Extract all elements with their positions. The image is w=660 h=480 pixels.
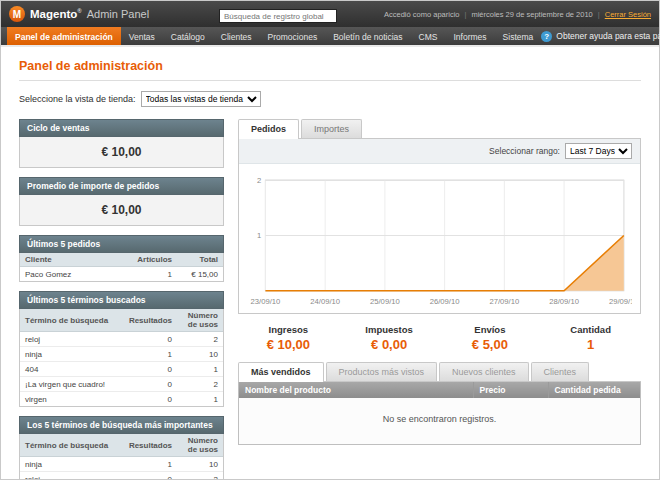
svg-text:28/09/10: 28/09/10 <box>549 297 579 306</box>
tab-new-customers[interactable]: Nuevos clientes <box>439 362 529 381</box>
column-header-items: Artículos <box>131 253 177 267</box>
cell-results: 0 <box>124 332 177 347</box>
stat-label: Cantidad <box>540 324 641 335</box>
column-header-total: Total <box>177 253 223 267</box>
sales-cycle-title: Ciclo de ventas <box>19 119 224 137</box>
column-header-uses: Número de usos <box>177 309 223 332</box>
tab-orders[interactable]: Pedidos <box>238 119 299 139</box>
magento-admin-window: M Magento® Admin Panel Accedió como apar… <box>0 0 660 480</box>
cell-results: 0 <box>124 472 177 480</box>
page-content: Panel de administración Seleccione la vi… <box>1 47 659 479</box>
range-row: Seleccionar rango: Last 7 Days <box>239 139 640 164</box>
separator: | <box>464 10 466 19</box>
cell-term: ¡La virgen que cuadro! <box>20 377 124 392</box>
user-info: Accedió como aparicio | miércoles 29 de … <box>384 10 651 19</box>
table-row[interactable]: virgen 0 1 <box>20 392 223 407</box>
column-header-uses: Número de usos <box>177 434 223 457</box>
table-row[interactable]: reloj 0 2 <box>20 472 223 480</box>
column-header-results: Resultados <box>124 434 177 457</box>
brand-name: Magento® <box>30 8 82 20</box>
page-header: Panel de administración <box>19 55 641 81</box>
nav-item-reports[interactable]: Informes <box>446 27 495 45</box>
table-row[interactable]: 404 0 1 <box>20 362 223 377</box>
cell-term: virgen <box>20 392 124 407</box>
last-orders-body: Cliente Artículos Total Paco Gomez 1 € 1… <box>19 253 224 282</box>
stat-value: € 0,00 <box>339 337 440 352</box>
average-order-title: Promedio de importe de pedidos <box>19 177 224 195</box>
top-bar: M Magento® Admin Panel Accedió como apar… <box>1 1 659 27</box>
global-search-input[interactable] <box>219 9 337 23</box>
nav-item-dashboard[interactable]: Panel de administración <box>7 27 121 45</box>
nav-item-customers[interactable]: Clientes <box>213 27 260 45</box>
nav-item-sales[interactable]: Ventas <box>121 27 163 45</box>
bestsellers-grid: Nombre del producto Precio Cantidad pedi… <box>238 382 641 445</box>
last-search-terms-box: Últimos 5 términos buscados Término de b… <box>19 291 224 407</box>
tab-amounts[interactable]: Importes <box>301 119 362 138</box>
store-switcher: Seleccione la vista de tienda: Todas las… <box>19 91 641 107</box>
nav-item-cms[interactable]: CMS <box>411 27 446 45</box>
last-orders-title: Últimos 5 pedidos <box>19 235 224 253</box>
range-select[interactable]: Last 7 Days <box>565 143 632 159</box>
last-orders-table: Cliente Artículos Total Paco Gomez 1 € 1… <box>20 253 223 281</box>
trademark-mark: ® <box>77 8 81 14</box>
table-row[interactable]: reloj 0 2 <box>20 332 223 347</box>
main-nav: Panel de administración Ventas Catálogo … <box>1 27 659 47</box>
cell-uses: 1 <box>177 362 223 377</box>
last-orders-box: Últimos 5 pedidos Cliente Artículos Tota… <box>19 235 224 282</box>
svg-text:1: 1 <box>257 231 261 240</box>
help-link[interactable]: ? Obtener ayuda para esta página <box>541 27 660 45</box>
cell-results: 0 <box>124 377 177 392</box>
column-header-term: Término de búsqueda <box>20 434 124 457</box>
tab-bestsellers[interactable]: Más vendidos <box>238 362 324 382</box>
cell-term: ninja <box>20 347 124 362</box>
svg-text:26/09/10: 26/09/10 <box>430 297 460 306</box>
table-row[interactable]: ninja 1 10 <box>20 457 223 472</box>
dashboard-left-column: Ciclo de ventas € 10,00 Promedio de impo… <box>19 119 224 479</box>
magento-logo-icon: M <box>9 6 25 22</box>
cell-term: ninja <box>20 457 124 472</box>
svg-text:2: 2 <box>257 176 261 185</box>
chart-panel: Seleccionar rango: Last 7 Days 23/09/102… <box>238 139 641 314</box>
dashboard: Ciclo de ventas € 10,00 Promedio de impo… <box>19 119 641 479</box>
help-label: Obtener ayuda para esta página <box>556 31 660 41</box>
top-search-terms-title: Los 5 términos de búsqueda más important… <box>19 416 224 434</box>
svg-text:29/09/10: 29/09/10 <box>609 297 632 306</box>
nav-item-catalog[interactable]: Catálogo <box>163 27 213 45</box>
nav-item-promotions[interactable]: Promociones <box>260 27 326 45</box>
help-icon: ? <box>541 31 552 42</box>
cell-term: reloj <box>20 332 124 347</box>
stat-label: Impuestos <box>339 324 440 335</box>
tab-most-viewed[interactable]: Productos más vistos <box>326 362 438 381</box>
stat-quantity: Cantidad 1 <box>540 324 641 352</box>
column-header-results: Resultados <box>124 309 177 332</box>
sales-cycle-box: Ciclo de ventas € 10,00 <box>19 119 224 168</box>
cell-term: reloj <box>20 472 124 480</box>
cell-uses: 10 <box>177 347 223 362</box>
stat-value: 1 <box>540 337 641 352</box>
table-row[interactable]: Paco Gomez 1 € 15,00 <box>20 267 223 282</box>
logout-link[interactable]: Cerrar Sesión <box>605 10 651 19</box>
table-row[interactable]: ninja 1 10 <box>20 347 223 362</box>
cell-results: 0 <box>124 362 177 377</box>
cell-uses: 2 <box>177 377 223 392</box>
last-search-terms-body: Término de búsqueda Resultados Número de… <box>19 309 224 407</box>
top-search-terms-body: Término de búsqueda Resultados Número de… <box>19 434 224 479</box>
stat-value: € 5,00 <box>440 337 541 352</box>
nav-item-newsletter[interactable]: Boletín de noticias <box>325 27 410 45</box>
column-header-qty: Cantidad pedida <box>548 382 640 398</box>
tab-customers[interactable]: Clientes <box>531 362 590 381</box>
totals-row: Ingresos € 10,00 Impuestos € 0,00 Envíos… <box>238 324 641 352</box>
cell-uses: 2 <box>177 472 223 480</box>
store-view-label: Seleccione la vista de tienda: <box>19 94 136 104</box>
header-date: miércoles 29 de septiembre de 2010 <box>471 10 592 19</box>
nav-item-system[interactable]: Sistema <box>495 27 542 45</box>
stat-shipping: Envíos € 5,00 <box>440 324 541 352</box>
column-header-customer: Cliente <box>20 253 131 267</box>
store-view-select[interactable]: Todas las vistas de tienda <box>141 91 261 107</box>
chart-tabs: Pedidos Importes <box>238 119 641 139</box>
range-label: Seleccionar rango: <box>489 146 560 156</box>
last-search-terms-title: Últimos 5 términos buscados <box>19 291 224 309</box>
table-row[interactable]: ¡La virgen que cuadro! 0 2 <box>20 377 223 392</box>
last-search-terms-table: Término de búsqueda Resultados Número de… <box>20 309 223 406</box>
cell-items: 1 <box>131 267 177 282</box>
